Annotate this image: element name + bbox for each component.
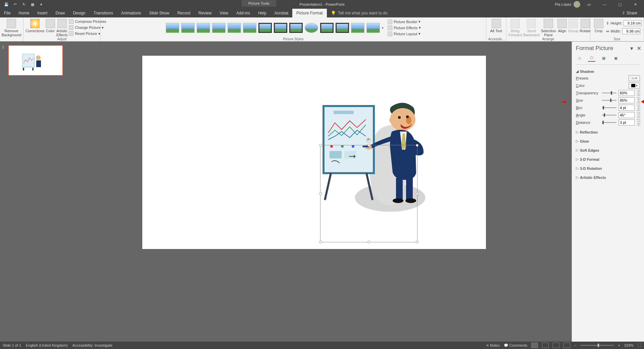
close-icon[interactable]: ✕: [629, 0, 642, 8]
tab-animations[interactable]: Animations: [117, 9, 145, 17]
size-spinner[interactable]: ▲▼: [637, 97, 640, 103]
normal-view-button[interactable]: [531, 343, 538, 348]
picture-style-4[interactable]: [212, 23, 226, 33]
qat-more-icon[interactable]: ▾: [38, 1, 45, 8]
picture-style-13[interactable]: [351, 23, 364, 33]
handle-bc[interactable]: [367, 241, 370, 243]
minimize-icon[interactable]: —: [598, 0, 611, 8]
tab-record[interactable]: Record: [173, 9, 194, 17]
group-button[interactable]: Group: [568, 18, 579, 33]
bring-forward-button[interactable]: Bring Forward: [508, 18, 522, 37]
3d-rotation-section-header[interactable]: ▷ 3-D Rotation: [576, 165, 640, 171]
tab-add-ins[interactable]: Add-ins: [232, 9, 254, 17]
handle-tr[interactable]: [416, 144, 418, 147]
picture-style-8[interactable]: [274, 23, 287, 33]
picture-style-3[interactable]: [197, 23, 210, 33]
picture-style-5[interactable]: [228, 23, 241, 33]
tab-design[interactable]: Design: [69, 9, 89, 17]
start-from-beginning-icon[interactable]: ▦: [29, 1, 36, 8]
tell-me-search[interactable]: 💡 Tell me what you want to do: [331, 9, 388, 17]
accessibility-indicator[interactable]: Accessibility: Investigate: [72, 343, 112, 347]
zoom-level[interactable]: 103%: [624, 343, 634, 347]
handle-mr[interactable]: [416, 192, 418, 195]
picture-style-12[interactable]: [336, 23, 349, 33]
handle-ml[interactable]: [319, 192, 322, 195]
handle-bl[interactable]: [319, 241, 322, 243]
slide-sorter-view-button[interactable]: [542, 343, 549, 348]
align-button[interactable]: Align: [557, 18, 567, 33]
picture-style-2[interactable]: [181, 23, 195, 33]
shadow-section-header[interactable]: ◢ Shadow: [576, 68, 640, 74]
3d-format-section-header[interactable]: ▷ 3-D Format: [576, 156, 640, 162]
presets-dropdown[interactable]: ▭ ▾: [629, 75, 640, 81]
slide-canvas-area[interactable]: [67, 42, 572, 342]
angle-spinner[interactable]: ▲▼: [637, 112, 640, 118]
crop-button[interactable]: Crop: [592, 18, 605, 33]
tab-acrobat[interactable]: Acrobat: [270, 9, 292, 17]
undo-icon[interactable]: ↶: [11, 1, 19, 8]
picture-style-1[interactable]: [166, 23, 179, 33]
send-backward-button[interactable]: Send Backward: [523, 18, 539, 37]
user-name[interactable]: Pía López: [555, 2, 572, 6]
tab-review[interactable]: Review: [194, 9, 215, 17]
height-input[interactable]: [624, 20, 642, 26]
tab-insert[interactable]: Insert: [33, 9, 51, 17]
glow-section-header[interactable]: ▷ Glow: [576, 138, 640, 144]
ribbon-display-options-icon[interactable]: ▭: [582, 0, 596, 8]
blur-spinner[interactable]: ▲▼: [637, 105, 640, 111]
picture-border-button[interactable]: Picture Border ▾: [388, 19, 421, 24]
rotate-handle[interactable]: [366, 138, 371, 143]
reflection-section-header[interactable]: ▷ Reflection: [576, 129, 640, 135]
tab-draw[interactable]: Draw: [51, 9, 69, 17]
picture-style-9[interactable]: [289, 23, 303, 33]
picture-style-7[interactable]: [258, 23, 272, 33]
tab-home[interactable]: Home: [14, 9, 33, 17]
remove-background-button[interactable]: Remove Background: [2, 18, 21, 37]
distance-spinner[interactable]: ▲▼: [637, 119, 640, 126]
size-properties-tab-icon[interactable]: ▦: [600, 54, 607, 62]
maximize-icon[interactable]: ▢: [613, 0, 627, 8]
blur-input[interactable]: [618, 105, 635, 111]
picture-tab-icon[interactable]: ▣: [612, 54, 620, 62]
handle-tc[interactable]: [367, 144, 370, 147]
size-slider[interactable]: [602, 100, 616, 101]
comments-button[interactable]: 💬 Comments: [504, 343, 527, 348]
distance-slider[interactable]: [602, 122, 616, 123]
handle-tl[interactable]: [319, 144, 322, 147]
distance-input[interactable]: [618, 119, 635, 126]
rotate-button[interactable]: Rotate: [580, 18, 590, 33]
tab-file[interactable]: File: [0, 9, 14, 17]
angle-slider[interactable]: [602, 115, 616, 115]
effects-tab-icon[interactable]: ⬠: [588, 54, 595, 62]
picture-style-14[interactable]: [366, 23, 380, 33]
pane-close-icon[interactable]: ✕: [637, 45, 641, 52]
picture-effects-button[interactable]: Picture Effects ▾: [388, 25, 421, 31]
zoom-slider[interactable]: [580, 345, 614, 346]
artistic-effects-button[interactable]: Artistic Effects: [56, 18, 67, 37]
blur-slider[interactable]: [602, 107, 616, 108]
picture-style-10[interactable]: [305, 23, 318, 33]
zoom-in-button[interactable]: +: [618, 343, 620, 347]
zoom-out-button[interactable]: −: [574, 343, 576, 347]
slide-thumbnail-panel[interactable]: 1: [0, 42, 67, 342]
alt-text-button[interactable]: Alt Text: [488, 18, 504, 33]
picture-layout-button[interactable]: Picture Layout ▾: [388, 31, 421, 37]
redo-icon[interactable]: ↻: [20, 1, 28, 8]
handle-br[interactable]: [416, 241, 418, 243]
tab-picture-format[interactable]: Picture Format: [292, 9, 327, 17]
size-input[interactable]: [618, 97, 635, 103]
tab-slide-show[interactable]: Slide Show: [145, 9, 173, 17]
transparency-spinner[interactable]: ▲▼: [637, 90, 640, 96]
fill-line-tab-icon[interactable]: ◇: [576, 54, 583, 62]
angle-input[interactable]: [618, 112, 635, 118]
transparency-slider[interactable]: [602, 93, 616, 93]
slide[interactable]: [142, 56, 486, 249]
save-icon[interactable]: 💾: [3, 1, 10, 8]
reading-view-button[interactable]: [553, 343, 559, 348]
selection-rectangle[interactable]: [320, 145, 417, 242]
picture-style-11[interactable]: [320, 23, 334, 33]
width-input[interactable]: [622, 28, 640, 34]
tab-transitions[interactable]: Transitions: [90, 9, 117, 17]
artistic-effects-section-header[interactable]: ▷ Artistic Effects: [576, 174, 640, 181]
slide-thumbnail-1[interactable]: [8, 45, 63, 76]
